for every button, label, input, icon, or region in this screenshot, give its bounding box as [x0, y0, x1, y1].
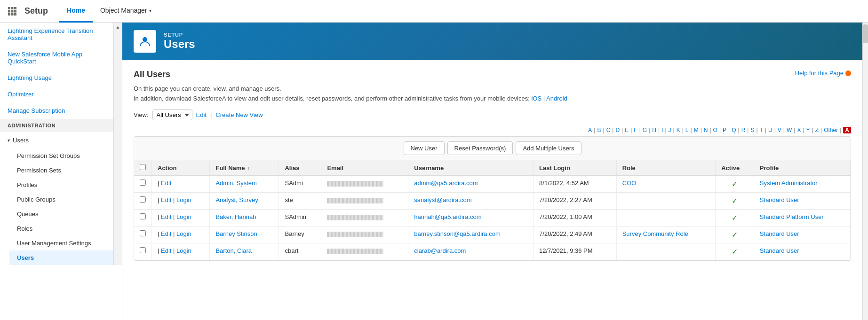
row-checkbox[interactable] [140, 180, 146, 186]
profile-link[interactable]: Standard User [760, 230, 799, 237]
table-row: | Edit | LoginBaker, HannahSAdminhannah@… [134, 210, 851, 226]
col-header-fullname[interactable]: Full Name ↑ [210, 160, 279, 176]
fullname-link[interactable]: Analyst, Survey [215, 196, 258, 203]
edit-view-link[interactable]: Edit [196, 111, 207, 118]
tab-home[interactable]: Home [59, 0, 93, 23]
profile-link[interactable]: Standard Platform User [760, 213, 824, 220]
username-link[interactable]: hannah@qa5.ardira.com [414, 213, 481, 220]
username-link[interactable]: sanalyst@ardira.com [414, 196, 471, 203]
sidebar-item-profiles[interactable]: Profiles [9, 178, 113, 192]
alpha-N[interactable]: N [704, 127, 708, 133]
tab-object-manager[interactable]: Object Manager ▾ [93, 0, 159, 23]
fullname-link[interactable]: Baker, Hannah [215, 213, 256, 220]
sidebar-item-optimizer[interactable]: Optimizer [0, 86, 113, 102]
sidebar-item-permission-set-groups[interactable]: Permission Set Groups [9, 148, 113, 163]
profile-link[interactable]: System Administrator [760, 180, 818, 187]
alpha-R[interactable]: R [741, 127, 746, 133]
alpha-F[interactable]: F [634, 127, 637, 133]
sidebar-scroll-indicator[interactable]: ▲ [113, 23, 122, 265]
view-select[interactable]: All Users [152, 109, 192, 120]
sidebar-item-users[interactable]: Users [9, 250, 113, 265]
alpha-M[interactable]: M [694, 127, 699, 133]
new-user-button[interactable]: New User [404, 141, 445, 155]
alpha-G[interactable]: G [643, 127, 647, 133]
alpha-Q[interactable]: Q [732, 127, 736, 133]
action-link-login[interactable]: Login [176, 230, 191, 237]
action-link-edit[interactable]: Edit [161, 230, 171, 237]
reset-passwords-button[interactable]: Reset Password(s) [447, 141, 513, 155]
alias-cell: cbart [279, 243, 321, 260]
sidebar-item-lightning-usage[interactable]: Lightning Usage [0, 70, 113, 86]
android-link[interactable]: Android [546, 95, 567, 102]
alpha-K[interactable]: K [677, 127, 680, 133]
alpha-U[interactable]: U [768, 127, 772, 133]
alpha-A[interactable]: A [588, 127, 592, 133]
row-checkbox[interactable] [140, 213, 146, 219]
alpha-B[interactable]: B [597, 127, 601, 133]
role-link[interactable]: Survey Community Role [622, 230, 688, 237]
action-link-login[interactable]: Login [176, 247, 191, 254]
alpha-L[interactable]: L [685, 127, 689, 133]
email-cell [321, 243, 408, 260]
username-link[interactable]: clarab@ardira.com [414, 247, 466, 254]
username-link[interactable]: barney.stinson@qa5.ardira.com [414, 230, 501, 237]
sidebar-item-permission-sets[interactable]: Permission Sets [9, 163, 113, 178]
table-row: | Edit | LoginAnalyst, Surveystesanalyst… [134, 193, 851, 210]
action-link-login[interactable]: Login [176, 213, 191, 220]
create-new-view-link[interactable]: Create New View [215, 111, 263, 118]
alpha-H[interactable]: H [652, 127, 656, 133]
sidebar-item-new-salesforce-mobile[interactable]: New Salesforce Mobile App QuickStart [0, 46, 113, 70]
alpha-sep-24: | [803, 127, 804, 133]
alpha-I[interactable]: I [661, 127, 663, 133]
alpha-Other[interactable]: Other [824, 127, 838, 133]
sidebar-item-user-management-settings[interactable]: User Management Settings [9, 236, 113, 250]
sidebar-item-public-groups[interactable]: Public Groups [9, 192, 113, 207]
alpha-D[interactable]: D [615, 127, 620, 133]
chevron-down-icon: ▾ [8, 138, 10, 143]
action-link-login[interactable]: Login [176, 196, 191, 203]
alpha-E[interactable]: E [625, 127, 629, 133]
sidebar-item-manage-subscription[interactable]: Manage Subscription [0, 102, 113, 119]
fullname-link[interactable]: Barney Stinson [215, 230, 257, 237]
alias-cell: SAdmi [279, 176, 321, 193]
alpha-J[interactable]: J [669, 127, 671, 133]
action-link-edit[interactable]: Edit [161, 196, 171, 203]
waffle-icon[interactable] [6, 5, 19, 18]
alpha-S[interactable]: S [750, 127, 754, 133]
lastlogin-cell: 7/20/2022, 1:00 AM [534, 210, 617, 226]
add-multiple-users-button[interactable]: Add Multiple Users [516, 141, 581, 155]
alpha-sep-27: | [840, 127, 841, 133]
alpha-sep-4: | [621, 127, 623, 133]
row-checkbox[interactable] [140, 196, 146, 203]
fullname-link[interactable]: Admin, System [215, 180, 256, 187]
right-scrollbar[interactable] [862, 23, 868, 320]
alpha-O[interactable]: O [713, 127, 717, 133]
alpha-T[interactable]: T [760, 127, 763, 133]
role-link[interactable]: COO [622, 180, 637, 187]
select-all-checkbox[interactable] [140, 164, 146, 170]
alpha-Y[interactable]: Y [806, 127, 810, 133]
alpha-Z[interactable]: Z [815, 127, 819, 133]
alpha-C[interactable]: C [606, 127, 611, 133]
alpha-P[interactable]: P [723, 127, 726, 133]
alpha-A2[interactable]: A [843, 127, 851, 133]
sidebar-parent-users[interactable]: ▾ Users [0, 132, 113, 148]
ios-link[interactable]: iOS [531, 95, 542, 102]
alpha-W[interactable]: W [787, 127, 792, 133]
alpha-X[interactable]: X [797, 127, 801, 133]
action-link-edit[interactable]: Edit [161, 180, 171, 187]
help-link[interactable]: Help for this Page [795, 70, 851, 77]
row-checkbox[interactable] [140, 230, 146, 236]
profile-link[interactable]: Standard User [760, 196, 799, 203]
alpha-V[interactable]: V [778, 127, 781, 133]
sidebar-item-roles[interactable]: Roles [9, 221, 113, 236]
profile-link[interactable]: Standard User [760, 247, 799, 254]
row-checkbox[interactable] [140, 247, 146, 253]
sidebar-item-queues[interactable]: Queues [9, 207, 113, 221]
action-link-edit[interactable]: Edit [161, 247, 171, 254]
action-link-edit[interactable]: Edit [161, 213, 171, 220]
sidebar-item-lightning-transition[interactable]: Lightning Experience Transition Assistan… [0, 23, 113, 46]
fullname-link[interactable]: Barton, Clara [215, 247, 252, 254]
profile-cell: Standard User [754, 193, 850, 210]
username-link[interactable]: admin@qa5.ardira.com [414, 180, 478, 187]
